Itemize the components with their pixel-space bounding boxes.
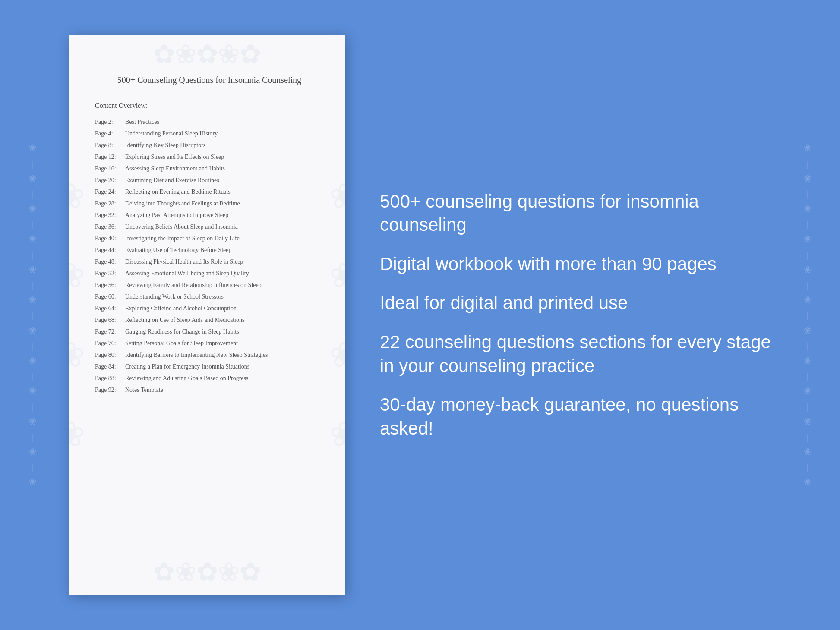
toc-page-number: Page 92: [95,385,125,394]
toc-item: Page 40:Investigating the Impact of Slee… [95,234,324,243]
toc-title: Creating a Plan for Emergency Insomnia S… [125,363,249,370]
toc-item: Page 4:Understanding Personal Sleep Hist… [95,129,324,138]
toc-item: Page 2:Best Practices [95,117,324,126]
main-content: ✿❀✿❀✿ ✿❀✿❀✿ ❀❀❀❀ ❀❀❀❀ 500+ Counseling Qu… [0,0,840,630]
toc-page-number: Page 44: [95,246,125,255]
doc-watermark-right: ❀❀❀❀ [329,176,345,454]
document-title: 500+ Counseling Questions for Insomnia C… [95,73,324,86]
toc-title: Discussing Physical Health and Its Role … [125,258,243,265]
toc-page-number: Page 20: [95,176,125,185]
feature-item: 30-day money-back guarantee, no question… [380,393,771,440]
toc-title: Exploring Caffeine and Alcohol Consumpti… [125,305,237,312]
doc-watermark-top: ✿❀✿❀✿ [142,39,272,73]
table-of-contents: Page 2:Best PracticesPage 4:Understandin… [95,117,324,394]
feature-item: Ideal for digital and printed use [380,291,771,315]
toc-page-number: Page 80: [95,350,125,359]
toc-page-number: Page 88: [95,374,125,383]
toc-title: Analyzing Past Attempts to Improve Sleep [125,212,228,218]
toc-item: Page 44:Evaluating Use of Technology Bef… [95,246,324,255]
toc-title: Reviewing and Adjusting Goals Based on P… [125,375,248,381]
toc-item: Page 88:Reviewing and Adjusting Goals Ba… [95,374,324,383]
toc-title: Exploring Stress and Its Effects on Slee… [125,154,224,160]
toc-title: Examining Diet and Exercise Routines [125,177,219,183]
toc-item: Page 48:Discussing Physical Health and I… [95,257,324,266]
toc-page-number: Page 32: [95,211,125,220]
feature-item: 22 counseling questions sections for eve… [380,331,771,378]
toc-page-number: Page 64: [95,304,125,313]
toc-page-number: Page 40: [95,234,125,243]
toc-title: Investigating the Impact of Sleep on Dai… [125,235,240,242]
toc-item: Page 68:Reflecting on Use of Sleep Aids … [95,315,324,324]
toc-item: Page 80:Identifying Barriers to Implemen… [95,350,324,359]
toc-item: Page 36:Uncovering Beliefs About Sleep a… [95,222,324,231]
toc-page-number: Page 48: [95,257,125,266]
toc-page-number: Page 72: [95,327,125,336]
overview-label: Content Overview: [95,102,324,110]
toc-page-number: Page 4: [95,129,125,138]
toc-title: Identifying Key Sleep Disruptors [125,142,205,148]
toc-title: Notes Template [125,387,163,393]
toc-item: Page 32:Analyzing Past Attempts to Impro… [95,211,324,220]
toc-title: Reflecting on Use of Sleep Aids and Medi… [125,317,244,323]
toc-item: Page 76:Setting Personal Goals for Sleep… [95,339,324,348]
toc-page-number: Page 68: [95,315,125,324]
toc-item: Page 72:Gauging Readiness for Change in … [95,327,324,336]
toc-title: Setting Personal Goals for Sleep Improve… [125,340,238,346]
toc-page-number: Page 84: [95,362,125,371]
toc-item: Page 16:Assessing Sleep Environment and … [95,164,324,173]
feature-item: Digital workbook with more than 90 pages [380,252,771,276]
toc-item: Page 52:Assessing Emotional Well-being a… [95,269,324,278]
toc-page-number: Page 2: [95,117,125,126]
toc-title: Identifying Barriers to Implementing New… [125,352,268,358]
toc-item: Page 24:Reflecting on Evening and Bedtim… [95,187,324,196]
toc-title: Assessing Emotional Well-being and Sleep… [125,270,249,277]
toc-page-number: Page 36: [95,222,125,231]
toc-title: Understanding Work or School Stressors [125,293,224,300]
toc-item: Page 64:Exploring Caffeine and Alcohol C… [95,304,324,313]
toc-title: Uncovering Beliefs About Sleep and Insom… [125,224,238,230]
toc-page-number: Page 8: [95,141,125,150]
toc-title: Reviewing Family and Relationship Influe… [125,282,262,288]
toc-title: Evaluating Use of Technology Before Slee… [125,247,231,253]
toc-item: Page 12:Exploring Stress and Its Effects… [95,152,324,161]
toc-item: Page 92:Notes Template [95,385,324,394]
feature-item: 500+ counseling questions for insomnia c… [380,190,771,237]
toc-item: Page 8:Identifying Key Sleep Disruptors [95,141,324,150]
toc-page-number: Page 28: [95,199,125,208]
document-card: ✿❀✿❀✿ ✿❀✿❀✿ ❀❀❀❀ ❀❀❀❀ 500+ Counseling Qu… [69,35,345,595]
toc-page-number: Page 56: [95,280,125,290]
toc-item: Page 20:Examining Diet and Exercise Rout… [95,176,324,185]
toc-page-number: Page 12: [95,152,125,161]
features-panel: 500+ counseling questions for insomnia c… [371,190,771,441]
toc-page-number: Page 60: [95,292,125,301]
toc-title: Gauging Readiness for Change in Sleep Ha… [125,328,239,335]
toc-page-number: Page 24: [95,187,125,196]
toc-page-number: Page 16: [95,164,125,173]
toc-title: Understanding Personal Sleep History [125,130,218,137]
doc-watermark-bottom: ✿❀✿❀✿ [142,557,272,591]
toc-item: Page 84:Creating a Plan for Emergency In… [95,362,324,371]
toc-title: Reflecting on Evening and Bedtime Ritual… [125,189,231,195]
toc-item: Page 28:Delving into Thoughts and Feelin… [95,199,324,208]
toc-title: Best Practices [125,119,159,125]
toc-title: Assessing Sleep Environment and Habits [125,165,225,172]
toc-item: Page 56:Reviewing Family and Relationshi… [95,280,324,290]
toc-page-number: Page 52: [95,269,125,278]
toc-title: Delving into Thoughts and Feelings at Be… [125,200,240,207]
toc-page-number: Page 76: [95,339,125,348]
doc-watermark-left: ❀❀❀❀ [69,176,85,454]
toc-item: Page 60:Understanding Work or School Str… [95,292,324,301]
